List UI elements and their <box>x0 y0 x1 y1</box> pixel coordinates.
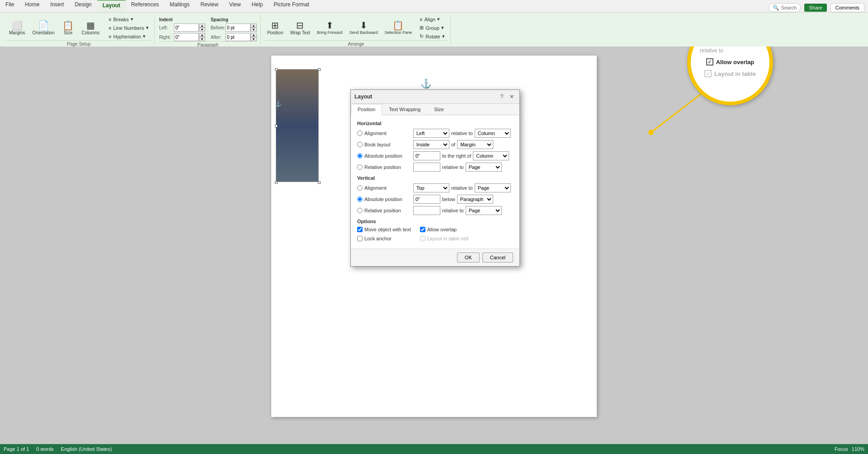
tab-insert[interactable]: Insert <box>45 0 69 12</box>
dialog-close-button[interactable]: ✕ <box>508 93 516 101</box>
indent-right-down[interactable]: ▼ <box>199 37 205 41</box>
horizontal-book-layout-radio[interactable] <box>357 142 363 147</box>
h-absolute-right-of-select[interactable]: ColumnMarginPage <box>473 151 509 160</box>
vertical-absolute-label[interactable]: Absolute position <box>357 197 411 202</box>
vertical-relative-label[interactable]: Relative position <box>357 208 411 213</box>
dialog-controls: ? ✕ <box>498 93 516 101</box>
spacing-before-up[interactable]: ▲ <box>250 23 257 28</box>
spacing-after-up[interactable]: ▲ <box>250 33 257 37</box>
margins-button[interactable]: ⬜ Margins <box>6 20 28 36</box>
drag-handle-bl[interactable] <box>275 181 278 184</box>
arrange-group-title: Arrange <box>264 40 448 47</box>
hyphenation-button[interactable]: ≡ Hyphenation ▾ <box>106 33 151 40</box>
share-button[interactable]: Share <box>804 4 826 12</box>
horizontal-absolute-label[interactable]: Absolute position <box>357 153 411 159</box>
columns-button[interactable]: ▦ Columns <box>79 20 102 36</box>
v-relative-to-select[interactable]: PageMargin <box>466 206 502 215</box>
vertical-relative-radio[interactable] <box>357 208 363 213</box>
h-alignment-relative-select[interactable]: ColumnMarginPage <box>475 129 511 138</box>
spacing-before-input[interactable] <box>226 23 250 32</box>
cancel-button[interactable]: Cancel <box>482 253 513 262</box>
vertical-absolute-radio[interactable] <box>357 197 363 202</box>
bring-forward-button[interactable]: ⬆ Bring Forward <box>314 20 345 36</box>
orientation-button[interactable]: 📄 Orientation <box>30 20 57 36</box>
size-button[interactable]: 📋 Size <box>59 20 77 36</box>
indent-left-input[interactable] <box>174 23 199 32</box>
dialog-tab-text-wrapping[interactable]: Text Wrapping <box>382 104 427 115</box>
vertical-alignment-radio[interactable] <box>357 185 363 191</box>
horizontal-alignment-label[interactable]: Alignment <box>357 131 411 136</box>
tab-help[interactable]: Help <box>246 0 269 12</box>
line-numbers-button[interactable]: ≡ Line Numbers ▾ <box>106 24 151 32</box>
horizontal-alignment-radio[interactable] <box>357 131 363 136</box>
allow-overlap-checkbox[interactable] <box>420 227 425 232</box>
wrap-text-button[interactable]: ⊟ Wrap Text <box>287 20 313 36</box>
vertical-relative-input[interactable] <box>413 206 440 215</box>
horizontal-absolute-input[interactable] <box>413 151 440 160</box>
tab-review[interactable]: Review <box>195 0 223 12</box>
allow-overlap-row[interactable]: Allow overlap <box>420 227 468 232</box>
center-anchor-symbol: ⚓ <box>420 78 432 89</box>
zoom-level[interactable]: 110% <box>852 446 864 452</box>
options-col-left: Move object with text Lock anchor <box>357 227 411 243</box>
vertical-absolute-input[interactable] <box>413 195 440 204</box>
move-object-with-text-checkbox[interactable] <box>357 227 363 232</box>
tab-picture-format[interactable]: Picture Format <box>268 0 315 12</box>
send-backward-button[interactable]: ⬇ Send Backward <box>347 20 381 36</box>
document-page: ⚓ ⚓ Layout ? ✕ Position Text Wrapping Si… <box>271 56 597 417</box>
dialog-help-button[interactable]: ? <box>498 93 506 101</box>
document-image[interactable] <box>276 69 319 182</box>
tab-view[interactable]: View <box>224 0 246 12</box>
drag-handle-ml[interactable] <box>275 125 278 127</box>
indent-right-input[interactable] <box>174 33 199 41</box>
horizontal-book-layout-select[interactable]: InsideOutside <box>413 140 449 149</box>
group-button[interactable]: ⊞ Group ▾ <box>417 24 447 32</box>
ok-button[interactable]: OK <box>457 253 480 262</box>
move-object-with-text-row[interactable]: Move object with text <box>357 227 411 232</box>
tab-layout[interactable]: Layout <box>97 0 126 12</box>
position-icon: ⊞ <box>271 21 279 30</box>
dialog-tab-position[interactable]: Position <box>351 104 382 115</box>
spacing-after-down[interactable]: ▼ <box>250 37 257 41</box>
layout-in-table-cell-checkbox[interactable] <box>420 236 425 241</box>
horizontal-relative-label[interactable]: Relative position <box>357 164 411 170</box>
position-button[interactable]: ⊞ Position <box>264 20 286 36</box>
horizontal-relative-input[interactable] <box>413 163 440 172</box>
indent-left-down[interactable]: ▼ <box>199 28 205 32</box>
horizontal-absolute-radio[interactable] <box>357 153 363 159</box>
indent-right-up[interactable]: ▲ <box>199 33 205 37</box>
horizontal-alignment-select[interactable]: LeftCenterRight <box>413 129 449 138</box>
tab-design[interactable]: Design <box>69 0 97 12</box>
selection-pane-icon: 📋 <box>392 21 404 30</box>
tab-mailings[interactable]: Mailings <box>164 0 195 12</box>
lock-anchor-row[interactable]: Lock anchor <box>357 236 411 241</box>
horizontal-relative-radio[interactable] <box>357 164 363 170</box>
tab-home[interactable]: Home <box>19 0 45 12</box>
status-right: Focus 110% <box>835 446 864 452</box>
align-button[interactable]: ≡ Align ▾ <box>417 15 447 23</box>
drag-handle-br[interactable] <box>318 181 321 184</box>
spacing-before-down[interactable]: ▼ <box>250 28 257 32</box>
v-alignment-relative-select[interactable]: PageMargin <box>475 183 511 192</box>
search-label[interactable]: Search <box>781 5 797 10</box>
horizontal-book-layout-label[interactable]: Book layout <box>357 142 411 147</box>
tab-file[interactable]: File <box>0 0 19 12</box>
h-book-of-select[interactable]: MarginPage <box>457 140 493 149</box>
vertical-alignment-label[interactable]: Alignment <box>357 185 411 191</box>
h-relative-to-select[interactable]: PageMargin <box>466 163 502 172</box>
v-absolute-below-select[interactable]: ParagraphMarginPage <box>457 195 493 204</box>
dialog-tab-size[interactable]: Size <box>427 104 450 115</box>
breaks-button[interactable]: ≡ Breaks ▾ <box>106 15 151 23</box>
focus-label[interactable]: Focus <box>835 446 848 452</box>
spacing-after-input[interactable] <box>226 33 250 41</box>
comments-button[interactable]: Comments <box>830 3 864 12</box>
selection-pane-button[interactable]: 📋 Selection Pane <box>382 20 415 36</box>
tab-references[interactable]: References <box>126 0 164 12</box>
drag-handle-tl[interactable] <box>275 68 278 71</box>
lock-anchor-checkbox[interactable] <box>357 236 363 241</box>
search-icon: 🔍 <box>773 5 779 11</box>
rotate-button[interactable]: ↻ Rotate ▾ <box>417 33 447 40</box>
vertical-alignment-select[interactable]: TopCenterBottom <box>413 183 449 192</box>
drag-handle-tr[interactable] <box>318 68 321 71</box>
indent-left-up[interactable]: ▲ <box>199 23 205 28</box>
